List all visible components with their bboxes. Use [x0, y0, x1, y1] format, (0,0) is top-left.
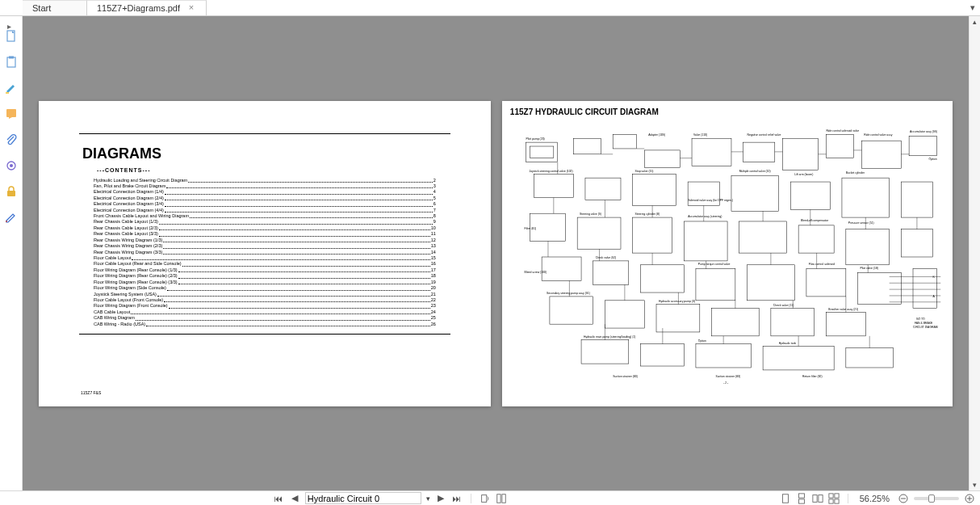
circuit-title: 115Z7 HYDRAULIC CIRCUIT DIAGRAM	[510, 107, 944, 116]
toc-page: 13	[431, 243, 436, 249]
lock-icon[interactable]	[4, 184, 19, 199]
scroll-up-icon[interactable]: ▴	[970, 16, 981, 27]
toc-page: 25	[431, 315, 436, 321]
svg-text:Solenoid valve assy (for DPF r: Solenoid valve assy (for DPF regen.)	[688, 199, 733, 202]
bookmark-icon[interactable]	[4, 158, 19, 173]
prev-page-button[interactable]: ◀	[289, 493, 300, 504]
zoom-value: 56.25%	[860, 494, 890, 503]
tab-label: 115Z7+Diagrams.pdf	[97, 3, 180, 13]
toc-dots	[167, 290, 430, 291]
clipboard-icon[interactable]	[4, 55, 19, 69]
svg-rect-17	[861, 141, 901, 168]
svg-rect-38	[696, 268, 735, 300]
svg-text:Accumulator assy (steering): Accumulator assy (steering)	[688, 215, 722, 218]
zoom-out-button[interactable]	[898, 493, 909, 504]
vertical-scrollbar[interactable]: ▴ ▾	[969, 16, 980, 490]
attachment-icon[interactable]	[4, 133, 19, 147]
scroll-down-icon[interactable]: ▾	[970, 479, 981, 490]
svg-rect-37	[640, 264, 684, 292]
svg-point-6	[10, 164, 13, 167]
svg-text:Check valve (11): Check valve (11)	[773, 303, 794, 306]
svg-text:Flow control solenoid: Flow control solenoid	[809, 262, 835, 265]
svg-text:Return filter (82): Return filter (82)	[802, 374, 823, 377]
toc-dots	[190, 217, 433, 218]
tab-start[interactable]: Start	[23, 0, 87, 15]
first-page-button[interactable]: ⏮	[273, 493, 284, 504]
tab-overflow-button[interactable]: ▾	[965, 0, 980, 15]
toc-row: Electrical Connection Diagram (1/4)4	[94, 189, 436, 195]
nav-bar: ⏮ ◀ ▾ ▶ ⏭ 56.25%	[0, 490, 980, 505]
toc-dots	[131, 314, 429, 314]
rotate-icon[interactable]	[480, 493, 491, 504]
expand-panel-icon[interactable]: ▸	[3, 21, 15, 31]
facing-view-button[interactable]	[812, 493, 823, 504]
toc-page: 19	[431, 280, 436, 285]
svg-rect-32	[798, 225, 834, 252]
toc-dots	[132, 259, 429, 260]
svg-rect-44	[656, 304, 700, 331]
toc-dots	[159, 236, 430, 237]
toc-title: Floor Cable Layout (Rear and Side Consol…	[94, 261, 182, 267]
book-view-button[interactable]	[828, 493, 840, 504]
edit-icon[interactable]	[4, 210, 19, 225]
continuous-view-button[interactable]	[796, 493, 807, 504]
highlight-icon[interactable]	[4, 81, 19, 95]
next-page-button[interactable]: ▶	[435, 493, 446, 504]
svg-rect-140	[798, 499, 804, 503]
svg-text:Secondary steering pump assy (: Secondary steering pump assy (91)	[547, 291, 590, 294]
svg-rect-40	[806, 268, 846, 296]
last-page-button[interactable]: ⏭	[451, 493, 463, 504]
toc-page: 12	[431, 238, 436, 243]
toc-row: Front Chassis Cable Layout and Wiring Di…	[94, 213, 436, 219]
svg-text:Pump torque control valve: Pump torque control valve	[698, 262, 731, 265]
svg-rect-21	[633, 174, 676, 205]
toc-row: Electrical Connection Diagram (4/4)7	[94, 208, 436, 213]
zoom-slider[interactable]	[914, 497, 959, 500]
svg-rect-4	[6, 109, 16, 117]
tool-strip	[0, 16, 23, 490]
svg-text:Bleed screw (100): Bleed screw (100)	[524, 270, 546, 273]
toc-title: Hydraulic Loading and Steering Circuit D…	[94, 178, 187, 183]
svg-rect-24	[790, 182, 830, 209]
note-icon[interactable]	[4, 107, 19, 121]
toc-dots	[159, 229, 430, 230]
toc-row: Rear Chassis Wiring Diagram (3/3)14	[94, 250, 436, 255]
bookmark-select[interactable]	[305, 492, 421, 504]
toc-title: CAB Wiring Diagram	[94, 315, 135, 321]
svg-rect-16	[826, 134, 853, 158]
page-layout-icon[interactable]	[496, 493, 507, 504]
svg-rect-35	[542, 257, 581, 280]
toc-page: 26	[431, 322, 436, 327]
zoom-in-button[interactable]	[964, 493, 975, 504]
toc-row: Floor Cable Layout (Rear and Side Consol…	[94, 261, 436, 267]
svg-text:Suction strainer (83): Suction strainer (83)	[715, 374, 740, 377]
toc-title: Floor Wiring Diagram (Front Console)	[94, 303, 168, 309]
document-viewport[interactable]: DIAGRAMS ---CONTENTS--- Hydraulic Loadin…	[23, 16, 969, 490]
svg-text:Accumulator assy (99): Accumulator assy (99)	[910, 130, 937, 133]
toc-row: Rear Chassis Cable Layout (2/3)10	[94, 225, 436, 231]
toc-page: 5	[433, 196, 436, 201]
toc-page: 24	[431, 309, 436, 315]
dropdown-icon[interactable]: ▾	[426, 494, 430, 503]
toc-row: Rear Chassis Cable Layout (3/3)11	[94, 231, 436, 237]
toc-row: Rear Chassis Wiring Diagram (2/3)13	[94, 243, 436, 249]
single-page-view-button[interactable]	[780, 493, 791, 504]
svg-rect-29	[633, 217, 672, 253]
toc-title: Electrical Connection Diagram (4/4)	[94, 208, 164, 213]
svg-rect-15	[782, 138, 818, 170]
svg-text:Pilot pump (20): Pilot pump (20)	[526, 137, 544, 141]
svg-text:Adapter (109): Adapter (109)	[648, 133, 665, 137]
toc-dots	[166, 187, 433, 188]
file-icon[interactable]	[4, 29, 19, 44]
zoom-slider-thumb[interactable]	[928, 494, 935, 503]
toc-dots	[163, 242, 429, 242]
svg-rect-135	[481, 494, 486, 502]
tab-document[interactable]: 115Z7+Diagrams.pdf ×	[87, 0, 207, 15]
toc-title: Rear Chassis Wiring Diagram (1/3)	[94, 238, 162, 243]
svg-rect-1	[7, 57, 15, 67]
toc-page: 22	[431, 297, 436, 303]
svg-rect-3	[6, 92, 9, 94]
svg-text:Multiple control valve (10): Multiple control valve (10)	[739, 170, 771, 173]
svg-rect-143	[829, 493, 833, 497]
close-icon[interactable]: ×	[186, 3, 196, 13]
